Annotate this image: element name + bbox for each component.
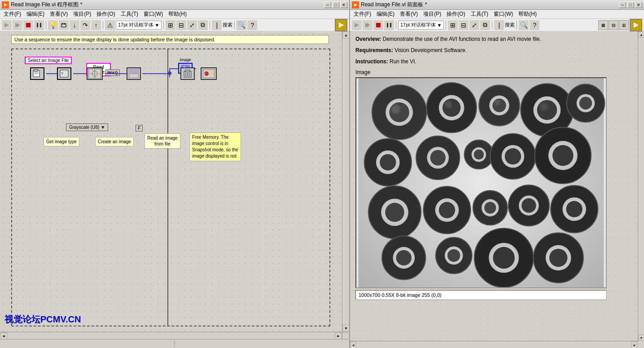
left-retain-btn[interactable] xyxy=(59,20,69,30)
left-panel-run-btn[interactable] xyxy=(335,19,347,31)
left-abort-btn[interactable] xyxy=(23,20,33,30)
right-hscroll[interactable]: ◄ ► xyxy=(350,341,638,348)
left-run-btn[interactable] xyxy=(2,20,12,30)
right-panel-run-btn[interactable] xyxy=(630,19,642,31)
svg-point-70 xyxy=(474,150,484,159)
vscroll-down-btn[interactable]: ▼ xyxy=(342,325,349,332)
left-title-text: Read Image File.vi 程序框图 * xyxy=(11,1,322,9)
menu-tools-left[interactable]: 工具(T) xyxy=(118,10,141,18)
btn-align[interactable]: ⊞ xyxy=(166,20,175,30)
svg-text:?: ? xyxy=(61,71,63,76)
menu-tools-right[interactable]: 工具(T) xyxy=(468,10,491,18)
menu-file-left[interactable]: 文件(F) xyxy=(1,10,24,18)
left-maximize-btn[interactable]: □ xyxy=(332,2,339,8)
error-block[interactable]: ⚡ ! xyxy=(201,67,217,80)
right-pause-btn[interactable] xyxy=(384,20,394,30)
svg-point-82 xyxy=(439,202,455,218)
right-abort-btn[interactable] xyxy=(373,20,383,30)
left-minimize-btn[interactable]: ─ xyxy=(324,2,331,8)
btn-help[interactable]: ? xyxy=(247,20,257,30)
right-hscroll-right[interactable]: ► xyxy=(631,341,638,348)
right-distribute-btn[interactable]: ⊟ xyxy=(459,20,469,30)
read-image-block[interactable] xyxy=(87,67,103,80)
hscroll-right-btn[interactable]: ► xyxy=(335,332,342,339)
right-vscroll-track[interactable] xyxy=(638,38,644,335)
left-app-icon xyxy=(2,1,9,9)
right-align-btn[interactable]: ⊞ xyxy=(448,20,458,30)
right-title-bar: Read Image File.vi 前面板 * ─ □ ✕ xyxy=(350,0,644,10)
right-run-btn[interactable] xyxy=(352,20,362,30)
menu-file-right[interactable]: 文件(F) xyxy=(351,10,374,18)
right-run-cont-btn[interactable] xyxy=(363,20,372,30)
left-highlight-btn[interactable]: 💡 xyxy=(48,20,58,30)
left-step-out-btn[interactable]: ↑ xyxy=(91,20,101,30)
btn-resize[interactable]: ⤢ xyxy=(187,20,197,30)
btn-reorder[interactable]: ⧉ xyxy=(198,20,208,30)
left-step-over-btn[interactable]: ↷ xyxy=(80,20,90,30)
menu-operate-right[interactable]: 操作(O) xyxy=(444,10,468,18)
menu-view-right[interactable]: 查看(V) xyxy=(397,10,421,18)
left-font-dropdown[interactable]: 17pt 对话框字体 ▼ xyxy=(116,21,162,30)
menu-operate-left[interactable]: 操作(O) xyxy=(94,10,118,18)
status-drag-handle[interactable]: ⋮ xyxy=(2,340,347,348)
diagram-area[interactable]: Use a sequence to ensure the image displ… xyxy=(0,31,349,339)
panel-grid-btn-3[interactable]: ▥ xyxy=(619,20,629,30)
right-resize-btn[interactable]: ⤢ xyxy=(469,20,479,30)
left-warn-btn[interactable]: ⚠ xyxy=(105,20,115,30)
file-dialog-block[interactable] xyxy=(30,67,44,80)
left-pause-btn[interactable] xyxy=(34,20,44,30)
panel-grid-btn-1[interactable]: ▦ xyxy=(598,20,608,30)
right-help-btn[interactable]: ? xyxy=(530,20,539,30)
sep1 xyxy=(46,21,46,29)
svg-point-85 xyxy=(484,202,496,213)
svg-point-67 xyxy=(430,150,446,165)
right-hscroll-track[interactable] xyxy=(356,341,631,348)
vscroll-track[interactable] xyxy=(342,39,349,325)
btn-search-icon[interactable]: | xyxy=(212,20,222,30)
left-step-into-btn[interactable]: ↓ xyxy=(70,20,79,30)
right-window-controls: ─ □ ✕ xyxy=(619,2,642,8)
sequence-frame: Select an Image File xyxy=(11,48,330,326)
panel-grid-btn-2[interactable]: ▤ xyxy=(609,20,618,30)
btn-search-mag[interactable]: 🔍 xyxy=(237,20,246,30)
right-vscroll-down[interactable]: ▼ xyxy=(638,335,644,341)
right-hscroll-left[interactable]: ◄ xyxy=(350,341,356,348)
right-font-dropdown[interactable]: 17pt 对话框字体 ▼ xyxy=(398,21,444,30)
right-close-btn[interactable]: ✕ xyxy=(635,2,642,8)
imaq2-block[interactable] xyxy=(127,67,141,80)
delete-block[interactable] xyxy=(180,67,195,80)
frame-divider xyxy=(167,49,168,326)
left-toolbar: 💡 ↓ ↷ ↑ ⚠ 17pt 对话框字体 ▼ ⊞ ⊟ ⤢ ⧉ | 搜索 🔍 ? xyxy=(0,19,349,31)
right-maximize-btn[interactable]: □ xyxy=(627,2,634,8)
right-vscroll-up[interactable]: ▲ xyxy=(638,31,644,38)
left-close-btn[interactable]: ✕ xyxy=(340,2,347,8)
menu-window-left[interactable]: 窗口(W) xyxy=(141,10,166,18)
image-display[interactable] xyxy=(355,77,607,288)
btn-distribute[interactable]: ⊟ xyxy=(176,20,186,30)
overview-section: Overview: Demonstrate the use of the AVI… xyxy=(355,35,632,44)
svg-marker-41 xyxy=(367,23,370,27)
menu-project-left[interactable]: 项目(P) xyxy=(70,10,94,18)
hscroll-track[interactable] xyxy=(7,332,335,339)
right-search-mag-btn[interactable]: 🔍 xyxy=(519,20,529,30)
svg-point-64 xyxy=(380,154,396,170)
right-minimize-btn[interactable]: ─ xyxy=(619,2,626,8)
right-search-icon[interactable]: | xyxy=(494,20,504,30)
grayscale-dropdown[interactable]: Grayscale (U8) ▼ xyxy=(66,123,108,131)
imaq-block[interactable]: IMAQ xyxy=(105,70,120,76)
path-selector-block[interactable]: ? xyxy=(57,67,71,80)
right-reorder-btn[interactable]: ⧉ xyxy=(480,20,490,30)
hscroll-left-btn[interactable]: ◄ xyxy=(0,332,7,339)
right-vscroll[interactable]: ▲ ▼ xyxy=(638,31,644,341)
menu-edit-right[interactable]: 编辑(E) xyxy=(374,10,397,18)
menu-help-left[interactable]: 帮助(H) xyxy=(166,10,189,18)
menu-window-right[interactable]: 窗口(W) xyxy=(491,10,516,18)
menu-help-right[interactable]: 帮助(H) xyxy=(516,10,539,18)
left-run-cont-btn[interactable] xyxy=(13,20,22,30)
left-hscroll[interactable]: ◄ ► xyxy=(0,332,342,339)
menu-view-left[interactable]: 查看(V) xyxy=(47,10,70,18)
left-vscroll[interactable]: ▲ ▼ xyxy=(342,31,349,332)
menu-project-right[interactable]: 项目(P) xyxy=(421,10,444,18)
menu-edit-left[interactable]: 编辑(E) xyxy=(24,10,47,18)
vscroll-up-btn[interactable]: ▲ xyxy=(342,31,349,39)
